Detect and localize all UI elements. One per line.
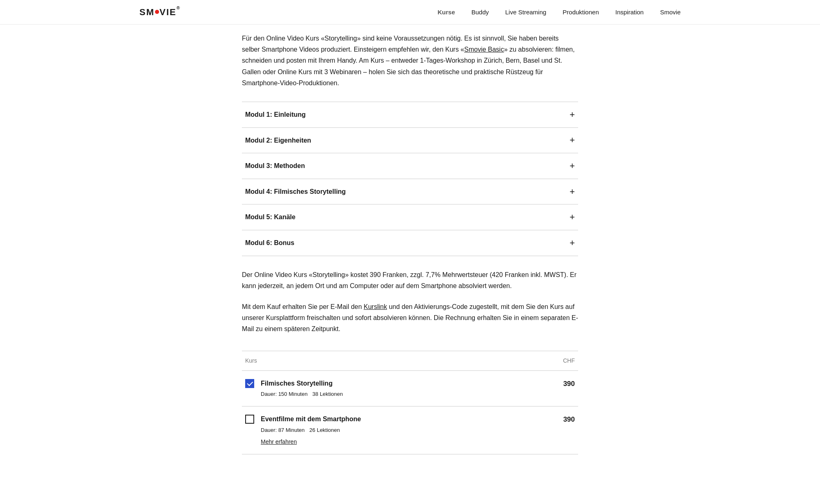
- accordion-title-3: Modul 4: Filmisches Storytelling: [245, 186, 346, 197]
- intro-paragraph: Für den Online Video Kurs «Storytelling»…: [242, 33, 578, 89]
- accordion-header-4[interactable]: Modul 5: Kanäle +: [242, 204, 578, 230]
- table-row: Eventfilme mit dem Smartphone Dauer: 87 …: [242, 406, 578, 454]
- course-price-0: 390: [554, 378, 575, 389]
- table-header-kurs: Kurs: [245, 356, 257, 365]
- nav-link-livestreaming[interactable]: Live Streaming: [505, 9, 546, 16]
- email-description: Mit dem Kauf erhalten Sie per E-Mail den…: [242, 301, 578, 335]
- accordion-header-3[interactable]: Modul 4: Filmisches Storytelling +: [242, 179, 578, 204]
- main-navigation: SMVIE® Kurse Buddy Live Streaming Produk…: [0, 0, 820, 25]
- logo[interactable]: SMVIE®: [139, 5, 181, 19]
- smovie-basic-link[interactable]: Smovie Basic: [464, 46, 504, 53]
- accordion-title-0: Modul 1: Einleitung: [245, 109, 306, 120]
- accordion-header-0[interactable]: Modul 1: Einleitung +: [242, 102, 578, 127]
- course-price-1: 390: [554, 414, 575, 425]
- logo-suffix: VIE®: [159, 5, 181, 19]
- logo-prefix: SM: [139, 5, 155, 19]
- accordion-item-4: Modul 5: Kanäle +: [242, 204, 578, 230]
- nav-item-kurse[interactable]: Kurse: [437, 7, 455, 18]
- nav-item-produktionen[interactable]: Produktionen: [563, 7, 599, 18]
- course-meta-0: Dauer: 150 Minuten 38 Lektionen: [261, 390, 554, 399]
- course-checkbox-0[interactable]: [245, 379, 254, 388]
- nav-link-produktionen[interactable]: Produktionen: [563, 9, 599, 16]
- nav-link-inspiration[interactable]: Inspiration: [615, 9, 644, 16]
- table-header-chf: CHF: [563, 356, 575, 365]
- accordion-header-2[interactable]: Modul 3: Methoden +: [242, 153, 578, 179]
- nav-item-smovie[interactable]: Smovie: [660, 7, 681, 18]
- accordion-item-2: Modul 3: Methoden +: [242, 153, 578, 179]
- nav-item-buddy[interactable]: Buddy: [472, 7, 489, 18]
- price-description: Der Online Video Kurs «Storytelling» kos…: [242, 269, 578, 291]
- course-name-0: Filmisches Storytelling: [261, 378, 554, 389]
- logo-dot: [155, 10, 159, 14]
- expand-icon-0: +: [569, 110, 575, 119]
- course-duration-0: Dauer: 150 Minuten: [261, 391, 308, 397]
- nav-item-livestreaming[interactable]: Live Streaming: [505, 7, 546, 18]
- expand-icon-4: +: [569, 213, 575, 222]
- accordion-item-5: Modul 6: Bonus +: [242, 230, 578, 256]
- accordion-title-4: Modul 5: Kanäle: [245, 212, 296, 222]
- page-content: Für den Online Video Kurs «Storytelling»…: [226, 0, 594, 479]
- accordion-item-0: Modul 1: Einleitung +: [242, 102, 578, 128]
- course-name-1: Eventfilme mit dem Smartphone: [261, 414, 554, 425]
- mehr-erfahren-link[interactable]: Mehr erfahren: [261, 437, 297, 446]
- expand-icon-2: +: [569, 161, 575, 170]
- expand-icon-3: +: [569, 187, 575, 196]
- accordion-header-1[interactable]: Modul 2: Eigenheiten +: [242, 128, 578, 153]
- nav-links: Kurse Buddy Live Streaming Produktionen …: [437, 7, 681, 18]
- kurslink-link[interactable]: Kurslink: [364, 303, 387, 310]
- expand-icon-5: +: [569, 238, 575, 247]
- expand-icon-1: +: [569, 136, 575, 145]
- nav-link-smovie[interactable]: Smovie: [660, 9, 681, 16]
- course-meta-1: Dauer: 87 Minuten 26 Lektionen: [261, 426, 554, 435]
- course-table-header: Kurs CHF: [242, 351, 578, 370]
- course-info-0: Filmisches Storytelling Dauer: 150 Minut…: [261, 378, 554, 399]
- nav-link-buddy[interactable]: Buddy: [472, 9, 489, 16]
- table-row: Filmisches Storytelling Dauer: 150 Minut…: [242, 371, 578, 406]
- course-lessons-1: 26 Lektionen: [310, 427, 340, 433]
- course-info-1: Eventfilme mit dem Smartphone Dauer: 87 …: [261, 414, 554, 447]
- course-checkbox-1[interactable]: [245, 415, 254, 424]
- accordion-title-5: Modul 6: Bonus: [245, 238, 294, 248]
- modules-accordion: Modul 1: Einleitung + Modul 2: Eigenheit…: [242, 102, 578, 256]
- course-lessons-0: 38 Lektionen: [312, 391, 343, 397]
- accordion-header-5[interactable]: Modul 6: Bonus +: [242, 230, 578, 256]
- nav-link-kurse[interactable]: Kurse: [437, 9, 455, 16]
- course-duration-1: Dauer: 87 Minuten: [261, 427, 305, 433]
- email-text-before: Mit dem Kauf erhalten Sie per E-Mail den: [242, 303, 364, 310]
- accordion-title-1: Modul 2: Eigenheiten: [245, 135, 311, 146]
- accordion-title-2: Modul 3: Methoden: [245, 161, 305, 171]
- accordion-item-3: Modul 4: Filmisches Storytelling +: [242, 179, 578, 205]
- course-table: Kurs CHF Filmisches Storytelling Dauer: …: [242, 351, 578, 454]
- accordion-item-1: Modul 2: Eigenheiten +: [242, 128, 578, 154]
- nav-item-inspiration[interactable]: Inspiration: [615, 7, 644, 18]
